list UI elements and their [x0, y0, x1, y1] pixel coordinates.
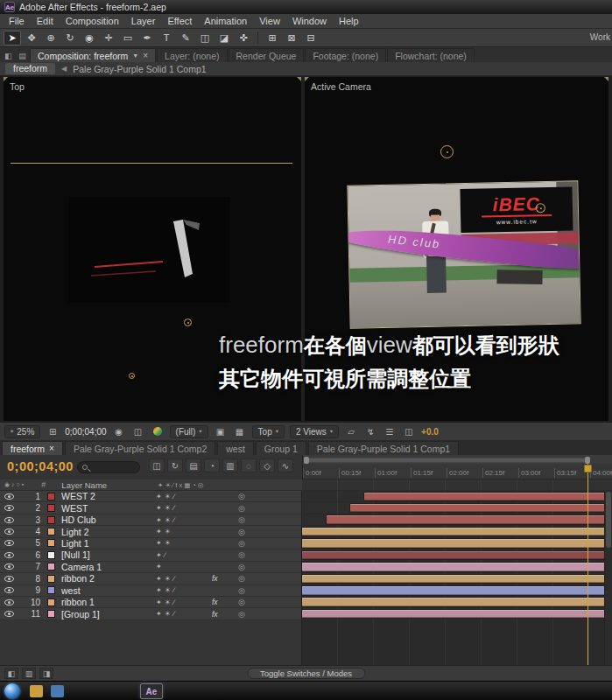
layer-name[interactable]: ribbon 1 [61, 597, 156, 607]
show-channels-icon[interactable] [151, 425, 165, 438]
close-icon[interactable]: × [49, 444, 54, 453]
layer-duration-bar[interactable] [302, 610, 612, 619]
view-dropdown[interactable]: Top ▾ [252, 425, 285, 438]
hand-tool[interactable]: ✥ [23, 31, 40, 46]
layer-switches[interactable]: ✦☀∕ [156, 586, 212, 594]
frame-blending-icon[interactable]: ▥ [222, 458, 238, 472]
timeline-tab-west[interactable]: west [217, 441, 254, 455]
taskbar-app-icon[interactable] [51, 685, 64, 697]
fast-preview-icon[interactable]: ↯ [363, 425, 377, 438]
parent-pickwhip-icon[interactable]: ◎ [238, 515, 245, 524]
table-row[interactable]: 7Camera 1✦◎ [0, 562, 612, 573]
brush-tool[interactable]: ✎ [177, 31, 194, 46]
layer-switches[interactable]: ✦☀ [156, 528, 212, 536]
layer-switches[interactable]: ✦☀∕ [156, 575, 212, 583]
rotation-tool[interactable]: ↻ [61, 31, 79, 46]
table-row[interactable]: 1WEST 2✦☀∕◎ [0, 491, 612, 502]
parent-pickwhip-icon[interactable]: ◎ [238, 504, 245, 513]
snapshot-icon[interactable]: ◉ [112, 425, 126, 438]
live-update-icon[interactable]: ↻ [167, 458, 183, 472]
time-ruler[interactable]: 0:00f00:15f01:00f01:15f02:00f02:15f03:00… [303, 464, 612, 480]
taskbar-folder-icon[interactable] [30, 685, 43, 697]
visibility-eye-icon[interactable] [4, 505, 14, 511]
visibility-eye-icon[interactable] [4, 576, 14, 582]
timeline-tab-freeform[interactable]: freeform× [2, 441, 63, 455]
layer-switches[interactable]: ✦∕ [156, 551, 212, 559]
menu-edit[interactable]: Edit [31, 15, 60, 27]
tab-composition-freeform[interactable]: Composition: freeform▼× [30, 48, 156, 62]
parent-pickwhip-icon[interactable]: ◎ [238, 539, 245, 548]
menu-composition[interactable]: Composition [60, 15, 125, 27]
visibility-eye-icon[interactable] [4, 517, 14, 523]
axis-local-button[interactable]: ⊞ [264, 31, 281, 46]
layer-switches[interactable]: ✦ [156, 563, 212, 570]
layer-duration-bar[interactable] [364, 493, 612, 501]
safe-areas-icon[interactable]: ⊞ [46, 425, 60, 438]
breadcrumb-current-comp[interactable]: freeform [5, 63, 55, 74]
visibility-eye-icon[interactable] [4, 611, 14, 617]
view-layout-dropdown[interactable]: 2 Views ▾ [290, 425, 339, 438]
layer-track[interactable] [302, 573, 612, 584]
caret-down-icon[interactable]: ▼ [132, 52, 138, 59]
menu-view[interactable]: View [253, 15, 286, 27]
table-row[interactable]: 3HD Club✦☀∕◎ [0, 514, 612, 526]
visibility-eye-icon[interactable] [4, 528, 14, 535]
workspace-label[interactable]: Work [590, 32, 610, 42]
layer-duration-bar[interactable] [302, 539, 612, 548]
layer-name[interactable]: WEST 2 [61, 491, 156, 501]
table-row[interactable]: 6[Null 1]✦∕◎ [0, 550, 612, 561]
layer-duration-bar[interactable] [350, 504, 612, 513]
table-row[interactable]: 4Light 2✦☀◎ [0, 526, 612, 537]
start-button[interactable] [4, 683, 20, 699]
layer-name[interactable]: HD Club [61, 514, 156, 525]
layer-track[interactable] [302, 514, 612, 526]
menu-effect[interactable]: Effect [161, 15, 198, 27]
layer-switches[interactable]: ✦☀∕ [156, 598, 212, 606]
layer-color-chip[interactable] [47, 504, 55, 512]
layer-color-chip[interactable] [47, 575, 55, 583]
layer-color-chip[interactable] [47, 563, 55, 570]
visibility-eye-icon[interactable] [4, 587, 14, 593]
breadcrumb-path[interactable]: Pale Gray-Purple Solid 1 Comp1 [73, 64, 206, 74]
layer-color-chip[interactable] [47, 528, 55, 536]
axis-gizmo-icon[interactable] [129, 373, 135, 379]
comp-flowchart-icon[interactable]: ◫ [402, 425, 416, 438]
parent-pickwhip-icon[interactable]: ◎ [238, 610, 245, 619]
taskbar-after-effects-button[interactable]: Ae [140, 683, 163, 699]
hide-shy-layers-icon[interactable]: ◔ [204, 458, 220, 472]
visibility-eye-icon[interactable] [4, 540, 14, 546]
layer-name[interactable]: Light 1 [61, 538, 156, 549]
layer-duration-bar[interactable] [302, 563, 612, 571]
layer-track[interactable] [302, 562, 612, 573]
unified-camera-tool[interactable]: ◉ [81, 31, 98, 46]
auto-keyframe-icon[interactable]: ◇ [259, 458, 275, 472]
layer-track[interactable] [302, 526, 612, 537]
layer-color-chip[interactable] [47, 610, 55, 618]
layer-name[interactable]: Camera 1 [61, 562, 156, 572]
layer-name-header[interactable]: Layer Name [61, 480, 107, 490]
table-row[interactable]: 10ribbon 1✦☀∕fx◎ [0, 597, 612, 608]
tab-footage-none[interactable]: Footage: (none) [305, 48, 386, 62]
resolution-dropdown[interactable]: (Full) ▾ [170, 425, 208, 438]
layer-switches[interactable]: ✦☀∕ [156, 504, 212, 512]
layer-track[interactable] [302, 502, 612, 514]
graph-editor-icon[interactable]: ∿ [278, 458, 293, 472]
layer-switches[interactable]: ✦☀∕ [156, 493, 212, 500]
layer-duration-bar[interactable] [302, 598, 612, 606]
layer-name[interactable]: Light 2 [61, 527, 156, 537]
timeline-tab-pale-gray-purple-solid-1-comp1[interactable]: Pale Gray-Purple Solid 1 Comp1 [308, 441, 459, 455]
parent-pickwhip-icon[interactable]: ◎ [238, 586, 245, 595]
timeline-search-box[interactable] [77, 461, 140, 473]
zoom-tool[interactable]: ⊕ [42, 31, 60, 46]
layer-color-chip[interactable] [47, 493, 55, 500]
parent-pickwhip-icon[interactable]: ◎ [238, 528, 245, 536]
menu-help[interactable]: Help [333, 15, 365, 27]
layer-color-chip[interactable] [47, 586, 55, 594]
magnification-dropdown[interactable]: ▾ 25% [4, 425, 40, 438]
table-row[interactable]: 2WEST✦☀∕◎ [0, 502, 612, 514]
parent-pickwhip-icon[interactable]: ◎ [238, 563, 245, 571]
axis-view-button[interactable]: ⊟ [302, 31, 320, 46]
close-icon[interactable]: × [143, 51, 148, 60]
layer-switches[interactable]: ✦☀∕ [156, 610, 212, 618]
tab-layer-none[interactable]: Layer: (none) [157, 48, 227, 62]
